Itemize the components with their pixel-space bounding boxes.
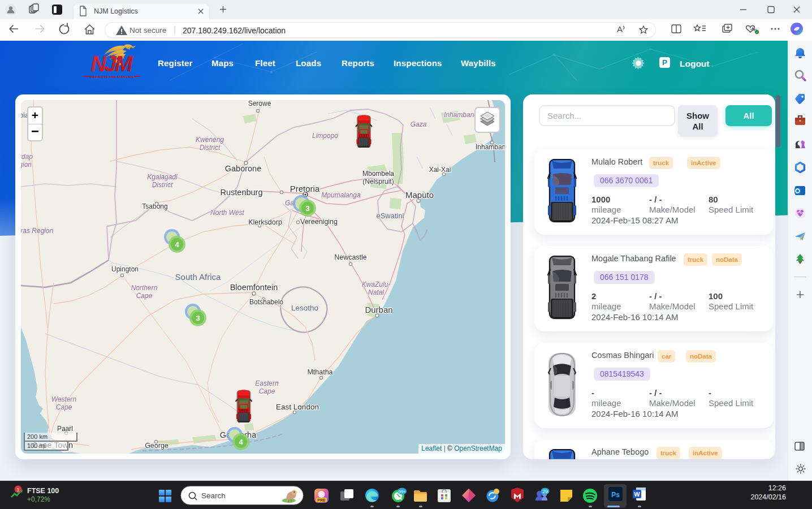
- svg-text:Inhambane: Inhambane: [444, 111, 478, 119]
- svg-text:gion: gion: [21, 161, 32, 169]
- svg-text:Cape: Cape: [56, 403, 72, 411]
- svg-text:Klerksdorp: Klerksdorp: [248, 218, 282, 226]
- svg-text:District: District: [152, 181, 173, 189]
- svg-text:Mbombela: Mbombela: [362, 170, 394, 178]
- svg-text:South Africa: South Africa: [175, 272, 222, 282]
- svg-text:Gaza: Gaza: [411, 120, 427, 128]
- svg-text:Newcastle: Newcastle: [334, 253, 367, 261]
- svg-text:District: District: [200, 144, 221, 152]
- svg-text:1: 1: [16, 487, 19, 493]
- svg-text:Cape: Cape: [259, 387, 275, 395]
- svg-text:Pretoria: Pretoria: [290, 184, 320, 193]
- svg-text:99+: 99+: [398, 489, 406, 494]
- svg-text:Rustenburg: Rustenburg: [221, 188, 263, 197]
- svg-text:Mpumalanga: Mpumalanga: [321, 191, 361, 199]
- svg-text:Xai-Xai: Xai-Xai: [429, 166, 451, 174]
- svg-text:East London: East London: [276, 403, 319, 411]
- svg-text:Western: Western: [51, 395, 77, 403]
- svg-text:Northern: Northern: [131, 284, 158, 292]
- svg-text:4: 4: [239, 438, 243, 446]
- svg-text:Inhambane: Inhambane: [476, 143, 505, 151]
- svg-text:W: W: [634, 491, 640, 498]
- svg-text:Natal: Natal: [368, 288, 384, 296]
- svg-text:Ps: Ps: [611, 491, 620, 499]
- svg-text:29: 29: [542, 489, 548, 494]
- svg-text:Paarl: Paarl: [57, 425, 73, 433]
- svg-text:Limpopo: Limpopo: [312, 132, 338, 140]
- svg-text:KwaZulu-: KwaZulu-: [362, 281, 391, 288]
- svg-text:Search: Search: [201, 491, 226, 500]
- svg-text:Cape: Cape: [136, 292, 153, 300]
- svg-text:Serowe: Serowe: [248, 100, 271, 107]
- svg-text:FTSE 100: FTSE 100: [27, 487, 59, 495]
- svg-text:NJM: NJM: [90, 52, 133, 76]
- svg-text:Eastern: Eastern: [255, 379, 279, 387]
- svg-text:eSwatini: eSwatini: [376, 212, 404, 220]
- svg-text:PRE: PRE: [317, 498, 326, 502]
- svg-text:George: George: [145, 442, 169, 450]
- svg-text:PROJECTS AND SUPPLIES: PROJECTS AND SUPPLIES: [90, 75, 133, 79]
- svg-text:Durban: Durban: [365, 305, 392, 314]
- svg-text:Maputo: Maputo: [405, 190, 434, 200]
- svg-text:Kgalagadi: Kgalagadi: [147, 173, 178, 181]
- svg-text:North West: North West: [210, 209, 244, 217]
- svg-text:Vereeniging: Vereeniging: [300, 218, 338, 226]
- svg-text:aras Region: aras Region: [21, 227, 54, 235]
- svg-text:Kweneng: Kweneng: [196, 136, 224, 144]
- svg-text:rdap: rdap: [21, 153, 33, 161]
- svg-text:Upington: Upington: [111, 265, 139, 273]
- svg-text:A: A: [617, 24, 623, 34]
- svg-text:+0,72%: +0,72%: [27, 495, 50, 503]
- svg-text:4: 4: [175, 240, 179, 249]
- svg-text:Gaborone: Gaborone: [225, 164, 262, 173]
- svg-text:3: 3: [196, 314, 200, 322]
- svg-text:Tsabong: Tsabong: [142, 202, 167, 210]
- svg-text:Botshabelo: Botshabelo: [249, 298, 283, 306]
- svg-text:(Nelspruit): (Nelspruit): [362, 178, 394, 186]
- svg-text:Bloemfontein: Bloemfontein: [230, 283, 278, 292]
- svg-text:Lesotho: Lesotho: [291, 304, 318, 312]
- svg-text:3: 3: [305, 204, 309, 213]
- svg-text:Mthatha: Mthatha: [307, 368, 332, 376]
